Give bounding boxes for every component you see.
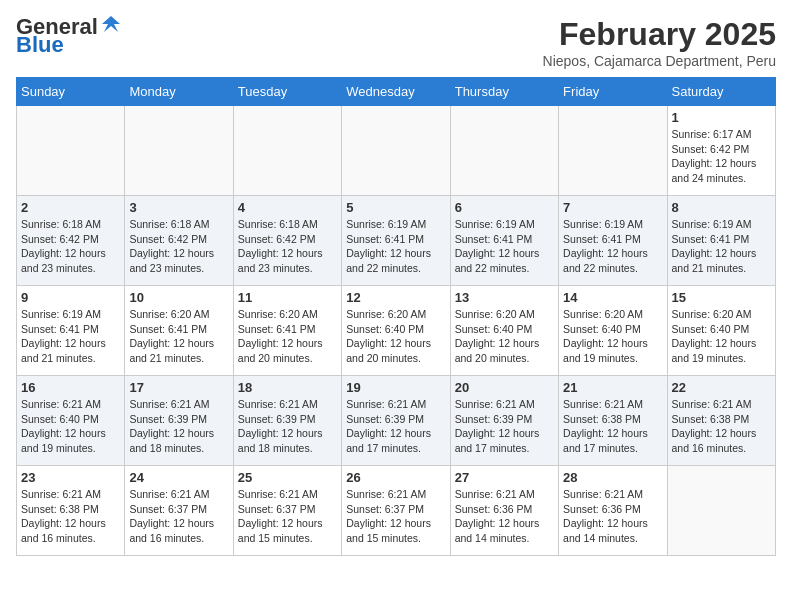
calendar-day-cell: 9Sunrise: 6:19 AM Sunset: 6:41 PM Daylig… (17, 286, 125, 376)
day-detail: Sunrise: 6:21 AM Sunset: 6:36 PM Dayligh… (455, 487, 554, 546)
calendar-day-cell: 24Sunrise: 6:21 AM Sunset: 6:37 PM Dayli… (125, 466, 233, 556)
location-subtitle: Niepos, Cajamarca Department, Peru (543, 53, 776, 69)
day-number: 1 (672, 110, 771, 125)
calendar-day-cell: 5Sunrise: 6:19 AM Sunset: 6:41 PM Daylig… (342, 196, 450, 286)
calendar-day-cell (559, 106, 667, 196)
logo: General Blue (16, 16, 122, 56)
calendar-day-cell: 20Sunrise: 6:21 AM Sunset: 6:39 PM Dayli… (450, 376, 558, 466)
day-detail: Sunrise: 6:21 AM Sunset: 6:39 PM Dayligh… (129, 397, 228, 456)
calendar-week-row: 16Sunrise: 6:21 AM Sunset: 6:40 PM Dayli… (17, 376, 776, 466)
day-number: 16 (21, 380, 120, 395)
day-detail: Sunrise: 6:20 AM Sunset: 6:41 PM Dayligh… (129, 307, 228, 366)
day-detail: Sunrise: 6:21 AM Sunset: 6:37 PM Dayligh… (238, 487, 337, 546)
day-number: 19 (346, 380, 445, 395)
calendar-day-cell: 10Sunrise: 6:20 AM Sunset: 6:41 PM Dayli… (125, 286, 233, 376)
weekday-header-monday: Monday (125, 78, 233, 106)
calendar-day-cell (125, 106, 233, 196)
calendar-day-cell: 1Sunrise: 6:17 AM Sunset: 6:42 PM Daylig… (667, 106, 775, 196)
calendar-day-cell: 13Sunrise: 6:20 AM Sunset: 6:40 PM Dayli… (450, 286, 558, 376)
day-detail: Sunrise: 6:20 AM Sunset: 6:40 PM Dayligh… (455, 307, 554, 366)
day-number: 15 (672, 290, 771, 305)
calendar-week-row: 1Sunrise: 6:17 AM Sunset: 6:42 PM Daylig… (17, 106, 776, 196)
day-detail: Sunrise: 6:20 AM Sunset: 6:40 PM Dayligh… (346, 307, 445, 366)
day-number: 13 (455, 290, 554, 305)
calendar-day-cell: 27Sunrise: 6:21 AM Sunset: 6:36 PM Dayli… (450, 466, 558, 556)
day-detail: Sunrise: 6:20 AM Sunset: 6:41 PM Dayligh… (238, 307, 337, 366)
calendar-day-cell (450, 106, 558, 196)
weekday-header-wednesday: Wednesday (342, 78, 450, 106)
day-number: 9 (21, 290, 120, 305)
day-detail: Sunrise: 6:19 AM Sunset: 6:41 PM Dayligh… (455, 217, 554, 276)
day-detail: Sunrise: 6:18 AM Sunset: 6:42 PM Dayligh… (129, 217, 228, 276)
day-number: 17 (129, 380, 228, 395)
day-detail: Sunrise: 6:21 AM Sunset: 6:39 PM Dayligh… (238, 397, 337, 456)
day-number: 8 (672, 200, 771, 215)
weekday-header-saturday: Saturday (667, 78, 775, 106)
day-detail: Sunrise: 6:19 AM Sunset: 6:41 PM Dayligh… (346, 217, 445, 276)
calendar-day-cell (233, 106, 341, 196)
day-number: 27 (455, 470, 554, 485)
calendar-day-cell: 21Sunrise: 6:21 AM Sunset: 6:38 PM Dayli… (559, 376, 667, 466)
day-detail: Sunrise: 6:18 AM Sunset: 6:42 PM Dayligh… (21, 217, 120, 276)
day-number: 26 (346, 470, 445, 485)
month-year-title: February 2025 (543, 16, 776, 53)
calendar-day-cell: 12Sunrise: 6:20 AM Sunset: 6:40 PM Dayli… (342, 286, 450, 376)
day-detail: Sunrise: 6:21 AM Sunset: 6:36 PM Dayligh… (563, 487, 662, 546)
calendar-day-cell: 23Sunrise: 6:21 AM Sunset: 6:38 PM Dayli… (17, 466, 125, 556)
day-number: 25 (238, 470, 337, 485)
day-detail: Sunrise: 6:17 AM Sunset: 6:42 PM Dayligh… (672, 127, 771, 186)
weekday-header-thursday: Thursday (450, 78, 558, 106)
calendar-header-row: SundayMondayTuesdayWednesdayThursdayFrid… (17, 78, 776, 106)
calendar-week-row: 2Sunrise: 6:18 AM Sunset: 6:42 PM Daylig… (17, 196, 776, 286)
calendar-day-cell (667, 466, 775, 556)
day-detail: Sunrise: 6:21 AM Sunset: 6:37 PM Dayligh… (129, 487, 228, 546)
calendar-day-cell: 17Sunrise: 6:21 AM Sunset: 6:39 PM Dayli… (125, 376, 233, 466)
day-number: 3 (129, 200, 228, 215)
calendar-table: SundayMondayTuesdayWednesdayThursdayFrid… (16, 77, 776, 556)
weekday-header-friday: Friday (559, 78, 667, 106)
day-detail: Sunrise: 6:21 AM Sunset: 6:38 PM Dayligh… (563, 397, 662, 456)
day-number: 24 (129, 470, 228, 485)
day-number: 18 (238, 380, 337, 395)
day-number: 4 (238, 200, 337, 215)
day-detail: Sunrise: 6:19 AM Sunset: 6:41 PM Dayligh… (563, 217, 662, 276)
day-number: 23 (21, 470, 120, 485)
calendar-day-cell: 3Sunrise: 6:18 AM Sunset: 6:42 PM Daylig… (125, 196, 233, 286)
day-detail: Sunrise: 6:20 AM Sunset: 6:40 PM Dayligh… (672, 307, 771, 366)
calendar-day-cell: 11Sunrise: 6:20 AM Sunset: 6:41 PM Dayli… (233, 286, 341, 376)
page-header: General Blue February 2025 Niepos, Cajam… (16, 16, 776, 69)
day-detail: Sunrise: 6:21 AM Sunset: 6:40 PM Dayligh… (21, 397, 120, 456)
day-number: 7 (563, 200, 662, 215)
day-detail: Sunrise: 6:21 AM Sunset: 6:38 PM Dayligh… (672, 397, 771, 456)
weekday-header-tuesday: Tuesday (233, 78, 341, 106)
day-detail: Sunrise: 6:21 AM Sunset: 6:39 PM Dayligh… (455, 397, 554, 456)
calendar-day-cell: 7Sunrise: 6:19 AM Sunset: 6:41 PM Daylig… (559, 196, 667, 286)
calendar-week-row: 23Sunrise: 6:21 AM Sunset: 6:38 PM Dayli… (17, 466, 776, 556)
day-detail: Sunrise: 6:20 AM Sunset: 6:40 PM Dayligh… (563, 307, 662, 366)
day-number: 11 (238, 290, 337, 305)
day-number: 10 (129, 290, 228, 305)
calendar-day-cell: 6Sunrise: 6:19 AM Sunset: 6:41 PM Daylig… (450, 196, 558, 286)
day-number: 5 (346, 200, 445, 215)
day-detail: Sunrise: 6:19 AM Sunset: 6:41 PM Dayligh… (21, 307, 120, 366)
calendar-day-cell: 2Sunrise: 6:18 AM Sunset: 6:42 PM Daylig… (17, 196, 125, 286)
calendar-day-cell: 19Sunrise: 6:21 AM Sunset: 6:39 PM Dayli… (342, 376, 450, 466)
day-detail: Sunrise: 6:21 AM Sunset: 6:37 PM Dayligh… (346, 487, 445, 546)
title-area: February 2025 Niepos, Cajamarca Departme… (543, 16, 776, 69)
calendar-day-cell: 15Sunrise: 6:20 AM Sunset: 6:40 PM Dayli… (667, 286, 775, 376)
calendar-day-cell: 8Sunrise: 6:19 AM Sunset: 6:41 PM Daylig… (667, 196, 775, 286)
calendar-day-cell: 25Sunrise: 6:21 AM Sunset: 6:37 PM Dayli… (233, 466, 341, 556)
svg-marker-0 (102, 16, 120, 32)
day-detail: Sunrise: 6:21 AM Sunset: 6:39 PM Dayligh… (346, 397, 445, 456)
day-number: 6 (455, 200, 554, 215)
day-number: 22 (672, 380, 771, 395)
day-number: 12 (346, 290, 445, 305)
logo-bird-icon (100, 14, 122, 36)
calendar-day-cell: 28Sunrise: 6:21 AM Sunset: 6:36 PM Dayli… (559, 466, 667, 556)
day-number: 21 (563, 380, 662, 395)
day-detail: Sunrise: 6:19 AM Sunset: 6:41 PM Dayligh… (672, 217, 771, 276)
day-number: 20 (455, 380, 554, 395)
calendar-day-cell (342, 106, 450, 196)
day-detail: Sunrise: 6:18 AM Sunset: 6:42 PM Dayligh… (238, 217, 337, 276)
calendar-day-cell: 16Sunrise: 6:21 AM Sunset: 6:40 PM Dayli… (17, 376, 125, 466)
